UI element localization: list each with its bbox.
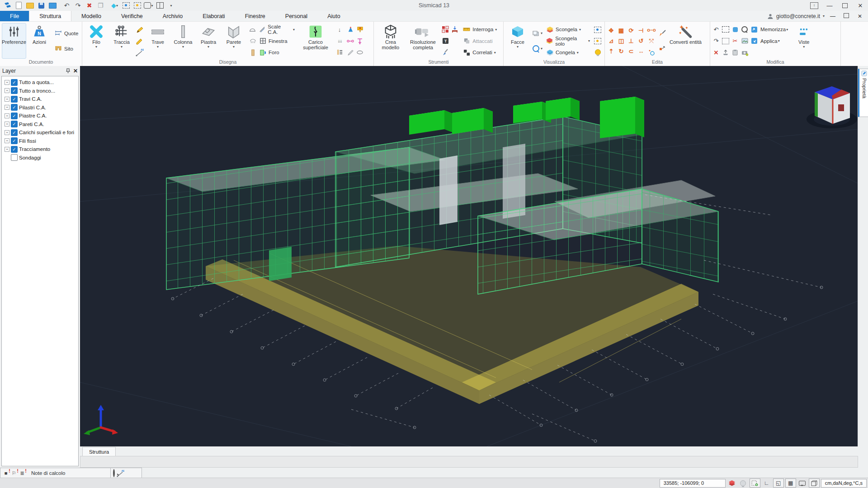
- ellipse-icon[interactable]: [355, 48, 364, 57]
- foro-button[interactable]: Foro: [247, 47, 296, 58]
- memorizza-label[interactable]: Memorizza: [760, 27, 786, 32]
- doc-minimize-button[interactable]: —: [827, 13, 838, 19]
- risoluzione-completa-button[interactable]: Risoluzione completa: [406, 23, 440, 59]
- expand-icon[interactable]: +: [5, 138, 9, 143]
- layer-tree-item[interactable]: + Tracciamento: [3, 145, 78, 154]
- layer-tree-item[interactable]: + Pareti C.A.: [3, 120, 78, 129]
- link-constraint-icon[interactable]: [346, 36, 355, 46]
- trim-icon[interactable]: ⊣: [636, 25, 646, 36]
- node-circle-icon[interactable]: [647, 47, 656, 57]
- close-button[interactable]: ✕: [853, 0, 868, 11]
- selection-rect-icon[interactable]: [721, 25, 730, 34]
- applica-label[interactable]: Applica: [760, 38, 778, 44]
- window-style-button[interactable]: ▾: [143, 1, 154, 10]
- corner-snap-toggle[interactable]: ◱: [773, 479, 784, 488]
- congela-button[interactable]: Congela ▾: [544, 47, 591, 58]
- doc-close-button[interactable]: ✕: [854, 13, 865, 19]
- facce-button[interactable]: Facce ▾: [505, 23, 530, 59]
- parete-button[interactable]: Parete ▾: [222, 23, 246, 59]
- clipboard-icon[interactable]: [731, 48, 740, 57]
- user-account-menu[interactable]: giotto@concrete.it: [776, 13, 820, 19]
- restore-button[interactable]: [837, 0, 853, 11]
- isolate-selection-yellow-icon[interactable]: [593, 36, 602, 46]
- open-folder-button[interactable]: [25, 1, 35, 10]
- ortho-toggle[interactable]: ∟: [762, 479, 772, 487]
- finestra-button[interactable]: Finestra: [247, 36, 296, 46]
- layer-tree-item[interactable]: + Travi C.A.: [3, 95, 78, 103]
- traccia-button[interactable]: Traccia ▾: [109, 23, 134, 59]
- section-warning-icon[interactable]: ⚐: [10, 469, 18, 477]
- sito-button[interactable]: Sito: [53, 43, 80, 54]
- tab-finestre[interactable]: Finestre: [235, 11, 275, 21]
- polyline-edit-icon[interactable]: ⤱: [647, 36, 656, 46]
- solid-warning-icon[interactable]: ■: [2, 469, 9, 477]
- quote-button[interactable]: Quote: [53, 28, 80, 38]
- select-blue-button[interactable]: [121, 1, 131, 10]
- expand-icon[interactable]: +: [5, 147, 9, 152]
- rotate-arc-icon[interactable]: ↺: [636, 36, 646, 46]
- layer-checkbox[interactable]: [11, 137, 18, 144]
- view-box-icon[interactable]: [531, 28, 540, 38]
- distance-icon[interactable]: ↔: [636, 46, 646, 56]
- store-view-icon[interactable]: [750, 25, 759, 34]
- filo-button[interactable]: Filo ▾: [84, 23, 108, 59]
- layer-checkbox[interactable]: [11, 129, 18, 136]
- rotate-rect-icon[interactable]: ⟳: [626, 25, 636, 36]
- carico-superficiale-button[interactable]: Carico superficiale: [297, 23, 334, 59]
- layer-checkbox[interactable]: [11, 96, 18, 103]
- grid-toggle[interactable]: ▦: [785, 479, 796, 488]
- selection-dots-icon[interactable]: [721, 36, 730, 46]
- viste-button[interactable]: Viste ▾: [792, 23, 816, 59]
- open-project-button[interactable]: [47, 1, 58, 10]
- units-readout[interactable]: cm,daN,deg,°C,s: [821, 479, 867, 488]
- redo-button[interactable]: ↷: [73, 1, 83, 10]
- zoom-lens-icon[interactable]: [531, 44, 540, 53]
- pile-support-icon[interactable]: [355, 25, 364, 34]
- layer-checkbox[interactable]: [11, 104, 18, 111]
- layer-tree-item[interactable]: + Pilastri C.A.: [3, 103, 78, 112]
- tab-aiuto[interactable]: Aiuto: [317, 11, 350, 21]
- undo-edit-icon[interactable]: ↶: [712, 25, 721, 34]
- tab-archivio[interactable]: Archivio: [153, 11, 193, 21]
- layer-checkbox[interactable]: [11, 79, 18, 86]
- redo-edit-icon[interactable]: ↷: [712, 36, 721, 46]
- layer-checkbox[interactable]: [11, 121, 18, 127]
- join-nodes-icon[interactable]: o–o: [647, 25, 656, 34]
- view-cube[interactable]: [807, 86, 857, 128]
- spring-constraint-icon[interactable]: [355, 36, 364, 46]
- edit-pencil-icon[interactable]: [135, 36, 144, 46]
- layer-checkbox[interactable]: [11, 87, 18, 94]
- fixed-support-icon[interactable]: [346, 25, 355, 34]
- expand-icon[interactable]: +: [5, 105, 9, 110]
- corner-lock-icon[interactable]: ⊿: [606, 36, 616, 46]
- model-viewport[interactable]: [80, 66, 858, 446]
- panel-close-icon[interactable]: ✕: [73, 68, 78, 74]
- report-warning-icon[interactable]: ≣: [19, 469, 26, 477]
- load-press-icon[interactable]: [450, 25, 459, 34]
- expand-icon[interactable]: +: [5, 122, 9, 127]
- doc-restore-button[interactable]: [841, 13, 852, 19]
- delete-entity-icon[interactable]: ✕: [712, 48, 721, 57]
- spin-icon[interactable]: ↻: [616, 46, 626, 56]
- image-icon[interactable]: [740, 36, 749, 46]
- tab-verifiche[interactable]: Verifiche: [111, 11, 153, 21]
- tooltip-toggle[interactable]: [797, 479, 807, 487]
- pin-icon[interactable]: [66, 68, 71, 74]
- layer-checkbox[interactable]: [11, 113, 18, 119]
- expand-icon[interactable]: +: [5, 113, 9, 118]
- cleanup-brush-icon[interactable]: [441, 48, 450, 57]
- interroga-button[interactable]: Interroga ▾: [461, 24, 501, 35]
- load-list-icon[interactable]: [335, 47, 344, 57]
- bulb-off-icon[interactable]: [738, 479, 748, 487]
- dynamic-ucs-toggle[interactable]: [809, 479, 820, 488]
- layer-checkbox[interactable]: [11, 154, 18, 161]
- expand-icon[interactable]: +: [5, 80, 9, 85]
- annotate-measure-icon[interactable]: AB: [135, 47, 144, 57]
- copy-array-icon[interactable]: ▦: [616, 25, 626, 36]
- trave-button[interactable]: Trave ▾: [146, 23, 170, 59]
- undo-button[interactable]: ↶: [61, 1, 72, 10]
- sketch-pencil-icon[interactable]: [135, 25, 144, 34]
- qat-more-button[interactable]: ▾: [166, 1, 176, 10]
- cut-icon[interactable]: ✂: [731, 36, 740, 46]
- layer-state-icon[interactable]: [727, 479, 737, 487]
